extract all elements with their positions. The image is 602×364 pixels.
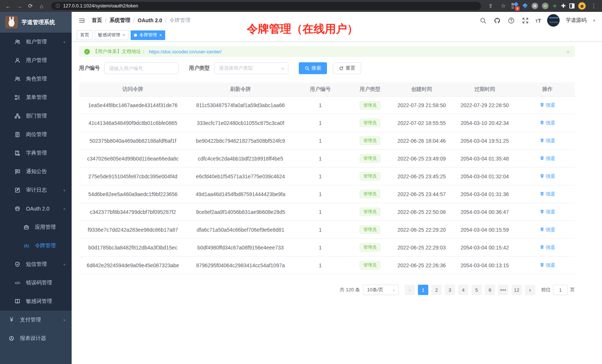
browser-menu-icon[interactable]: ⋮ xyxy=(589,1,598,10)
address-bar[interactable]: ⓘ 127.0.0.1:1024/system/oauth2/token xyxy=(51,2,481,10)
force-logout-button[interactable]: 强退 xyxy=(540,226,555,233)
page-info-icon[interactable]: ⓘ xyxy=(56,3,60,9)
page-button-3[interactable]: 3 xyxy=(445,285,455,295)
sidebar-item-user[interactable]: 用户管理 xyxy=(0,51,72,70)
force-logout-button[interactable]: 强退 xyxy=(540,120,555,126)
sidebar-item-notice[interactable]: 通知公告 xyxy=(0,162,72,181)
github-icon[interactable] xyxy=(493,16,501,24)
breadcrumb-item[interactable]: 系统管理 xyxy=(109,17,130,24)
user-avatar[interactable] xyxy=(547,14,560,27)
active-tab-dot xyxy=(134,34,137,37)
reload-icon[interactable]: ⟳ xyxy=(26,1,35,10)
pager-more-icon[interactable]: ••• xyxy=(498,285,508,295)
page-button-6[interactable]: 6 xyxy=(485,285,495,295)
sidebar-item-errcode[interactable]: </>错误码管理 xyxy=(0,274,72,292)
next-page-button[interactable]: › xyxy=(525,285,535,295)
sidebar-toggle-icon[interactable] xyxy=(569,3,575,9)
sidebar-item-sms[interactable]: 短信管理∨ xyxy=(0,255,72,274)
sidebar-item-pay[interactable]: ¥支付管理∨ xyxy=(0,311,72,329)
tab-close-icon[interactable]: × xyxy=(122,33,125,38)
oauth-icon xyxy=(14,205,21,212)
sidebar-item-role[interactable]: 角色管理 xyxy=(0,70,72,88)
refresh-token-cell: 333ecfc71e02480cb11055c875c3ca0f xyxy=(187,120,294,126)
tab-敏感词管理[interactable]: 敏感词管理× xyxy=(95,30,128,40)
font-size-icon[interactable]: TT xyxy=(536,17,541,24)
sidebar-item-dict[interactable]: 字典管理 xyxy=(0,144,72,162)
user-type-select[interactable]: 请选择用户类型 ∨ xyxy=(214,62,288,74)
sidebar-item-label: 短信管理 xyxy=(26,261,47,268)
refresh-token-cell: 9ce8ef2aa9f14056b831ae9b608e28d5 xyxy=(187,209,294,215)
sidebar: 芋道管理系统 租户管理∨用户管理角色管理菜单管理部门管理岗位管理字典管理通知公告… xyxy=(0,12,72,364)
user-type-cell: 管理员 xyxy=(346,119,394,127)
force-logout-button[interactable]: 强退 xyxy=(540,244,555,251)
collapse-menu-icon[interactable] xyxy=(78,16,86,24)
share-icon[interactable]: ⇪ xyxy=(486,1,495,10)
page-size-select[interactable]: 10条/页 ∨ xyxy=(363,285,399,295)
force-logout-button[interactable]: 强退 xyxy=(540,102,555,109)
gem-extension-icon[interactable] xyxy=(523,3,528,9)
extensions-puzzle-icon[interactable]: ✚ xyxy=(561,3,566,9)
sidebar-item-sensitive[interactable]: 敏感词管理 xyxy=(0,292,72,311)
user-id-input[interactable] xyxy=(104,62,179,74)
sidebar-item-oauth2[interactable]: OAuth 2.0∧ xyxy=(0,199,72,218)
sidebar-item-menu[interactable]: 菜单管理 xyxy=(0,88,72,107)
sidebar-item-audit[interactable]: 审计日志∨ xyxy=(0,181,72,199)
reset-button[interactable]: 重置 xyxy=(333,62,361,74)
command-extension-icon[interactable]: ⌘ xyxy=(531,3,538,9)
tab-令牌管理[interactable]: 令牌管理× xyxy=(131,30,165,40)
app-logo-row[interactable]: 芋道管理系统 xyxy=(0,12,72,33)
search-icon[interactable] xyxy=(479,16,487,24)
force-logout-button[interactable]: 强退 xyxy=(540,209,555,215)
goto-page-input[interactable] xyxy=(553,285,568,295)
page-button-2[interactable]: 2 xyxy=(431,285,442,295)
back-icon[interactable]: ← xyxy=(4,1,13,10)
user-menu-caret-icon[interactable]: ▼ xyxy=(592,19,596,23)
force-logout-button[interactable]: 强退 xyxy=(540,138,555,144)
org-chart-icon xyxy=(14,113,21,119)
force-logout-button[interactable]: 强退 xyxy=(540,191,555,198)
open-book-icon xyxy=(14,298,21,305)
sidebar-item-token[interactable]: (A)令牌管理 xyxy=(0,236,72,255)
help-icon[interactable] xyxy=(507,16,516,24)
breadcrumb-item[interactable]: OAuth 2.0 xyxy=(138,17,162,23)
green-star-extension-icon[interactable]: ✶ xyxy=(552,3,557,10)
record-extension-icon[interactable] xyxy=(542,3,549,9)
sidebar-item-label: 应用管理 xyxy=(35,224,56,231)
create-time-cell: 2022-07-02 18:55:55 xyxy=(394,120,449,126)
page-button-1[interactable]: 1 xyxy=(418,285,428,295)
user-name[interactable]: 芋道源码 xyxy=(566,17,586,24)
extension-badge-icon[interactable]: 9 xyxy=(511,3,519,9)
sidebar-item-post[interactable]: 岗位管理 xyxy=(0,125,72,144)
page-button-12[interactable]: 12 xyxy=(511,285,522,295)
bookmark-star-icon[interactable]: ☆ xyxy=(499,1,508,10)
breadcrumb-item[interactable]: 首页 xyxy=(92,17,102,24)
force-logout-button[interactable]: 强退 xyxy=(540,173,555,180)
refresh-token-cell: dfa6c71a50a54c66bef706ef9e6e8d81 xyxy=(187,227,294,233)
sidebar-item-dept[interactable]: 部门管理 xyxy=(0,107,72,125)
alert-close-icon[interactable]: × xyxy=(566,49,570,55)
sidebar-item-report[interactable]: 报表设计器 xyxy=(0,329,72,348)
prev-page-button[interactable]: ‹ xyxy=(405,285,415,295)
table-row: 502375b8040a469a9b82188afdf6af1fbe90422b… xyxy=(79,132,575,150)
page-button-4[interactable]: 4 xyxy=(458,285,468,295)
user-type-badge: 管理员 xyxy=(360,136,380,145)
sidebar-item-tenant[interactable]: 租户管理∨ xyxy=(0,33,72,51)
doc-link[interactable]: https://doc.iocoder.cn/user-center/ xyxy=(149,49,222,54)
sidebar-item-label: 岗位管理 xyxy=(26,131,47,138)
home-icon[interactable]: ⌂ xyxy=(37,1,46,10)
user-type-badge: 管理员 xyxy=(360,190,380,198)
sidebar-item-oauth-app[interactable]: 应用管理 xyxy=(0,218,72,236)
force-logout-button[interactable]: 强退 xyxy=(540,155,555,162)
page-button-5[interactable]: 5 xyxy=(471,285,482,295)
table-row: 54d6be82ee5a460a9aedc1f9bf22365649d1aa46… xyxy=(79,185,575,203)
system-submenu: 租户管理∨用户管理角色管理菜单管理部门管理岗位管理字典管理通知公告审计日志∨OA… xyxy=(0,33,72,311)
expire-time-cell: 2054-03-04 00:15:59 xyxy=(449,227,520,233)
tab-close-icon[interactable]: × xyxy=(159,33,162,38)
force-logout-button[interactable]: 强退 xyxy=(540,262,555,269)
forward-icon[interactable]: → xyxy=(15,1,24,10)
tab-首页[interactable]: 首页 xyxy=(77,30,92,40)
user-id-cell: 1 xyxy=(294,245,346,251)
search-button[interactable]: 搜索 xyxy=(299,62,327,74)
fullscreen-icon[interactable] xyxy=(521,16,530,24)
profile-avatar[interactable]: ☻ xyxy=(578,2,586,10)
